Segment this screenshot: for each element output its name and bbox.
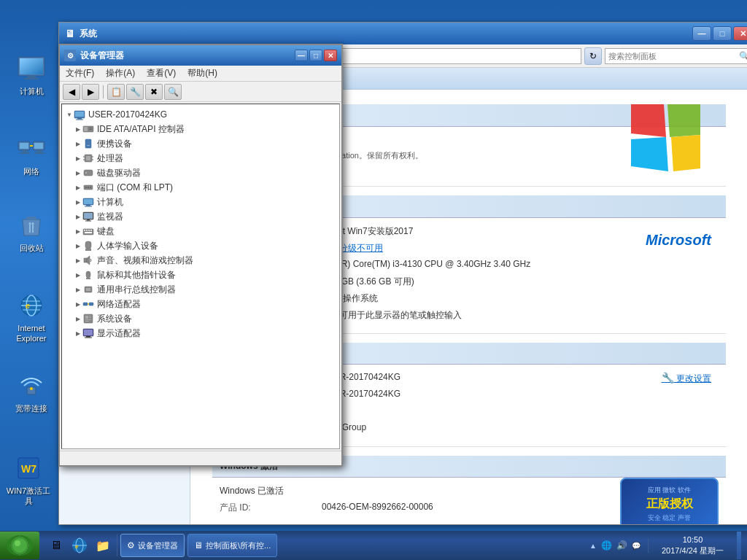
root-label: USER-20170424KG [88,109,167,120]
audio-label: 声音、视频和游戏控制器 [97,254,193,267]
search-input[interactable] [605,49,737,63]
tree-item-network[interactable]: ▶ 网络适配器 [62,297,339,311]
svg-rect-82 [86,336,90,338]
disk-icon [82,167,94,179]
toolbar-scan-btn[interactable]: 🔍 [164,84,182,100]
svg-rect-55 [84,230,85,231]
tree-item-audio[interactable]: ▶ 声音、视频和游戏控制器 [62,253,339,268]
tree-item-keyboard[interactable]: ▶ 键盘 [62,224,339,238]
start-orb [7,535,33,556]
pid-label: 产品 ID: [220,502,322,514]
toolbar-properties-btn[interactable]: 📋 [107,84,125,100]
tree-item-hid[interactable]: ▶ 人体学输入设备 [62,238,339,253]
tree-item-display[interactable]: ▶ 显示适配器 [62,326,339,341]
dm-minimize-btn[interactable]: — [295,50,308,61]
windows-explorer-btn[interactable]: 📁 [92,534,114,556]
start-button[interactable] [0,532,39,559]
portable-icon [82,138,94,149]
system-tree-label: 系统设备 [97,313,132,325]
device-mgr-titlebar: ⚙ 设备管理器 — □ ✕ [60,45,341,66]
svg-rect-81 [84,330,93,335]
search-icon[interactable]: 🔍 [737,49,747,63]
maximize-button[interactable]: □ [713,26,732,41]
refresh-button[interactable]: ↻ [584,47,602,65]
window-controls: — □ ✕ [692,26,747,41]
tree-item-disk[interactable]: ▶ 磁盘驱动器 [62,166,339,180]
tree-item-usb[interactable]: ▶ 通用串行总线控制器 [62,282,339,297]
menu-help[interactable]: 帮助(H) [182,66,223,81]
svg-rect-25 [75,112,84,117]
tray-network-icon[interactable]: 🌐 [601,540,612,551]
close-button[interactable]: ✕ [733,26,747,41]
dm-close-btn[interactable]: ✕ [324,50,337,61]
tree-root[interactable]: ▼ USER-20170424KG [62,107,339,122]
search-box[interactable]: 🔍 [605,48,747,64]
desktop-icon-ie[interactable]: e InternetExplorer [6,288,57,347]
menu-file[interactable]: 文件(F) [60,66,100,81]
toolbar-back-btn[interactable]: ◀ [63,84,80,100]
svg-rect-4 [24,78,39,79]
svg-point-86 [12,538,27,553]
toolbar-sep1 [103,85,104,98]
hid-icon [82,240,94,252]
tree-item-computer[interactable]: ▶ 计算机 [62,195,339,209]
tray-hide-btn[interactable]: ▲ [589,542,597,550]
desktop-icon-recycle[interactable]: 回收站 [6,208,57,256]
show-desktop-strip[interactable] [737,532,741,559]
toolbar-uninstall-btn[interactable]: ✖ [145,84,163,100]
computer-arrow: ▶ [74,198,82,206]
desktop-icon-computer[interactable]: 计算机 [6,51,57,99]
svg-rect-51 [84,213,93,219]
menu-view[interactable]: 查看(V) [141,66,182,81]
microsoft-logo: Microsoft [646,232,711,249]
taskbar-item-cp[interactable]: 🖥 控制面板\所有控... [187,534,277,557]
svg-rect-71 [83,303,88,306]
svg-rect-29 [84,127,88,131]
win7-label: WIN7激活工具 [7,486,51,507]
show-desktop-btn[interactable]: 🖥 [45,534,67,556]
desktop-icon-network[interactable]: 网络 [6,131,57,179]
ie-taskbar-btn[interactable]: e [69,534,90,556]
desktop-icon-win7activate[interactable]: W7 WIN7激活工具 [3,451,54,510]
dm-maximize-btn[interactable]: □ [309,50,322,61]
tray-volume-icon[interactable]: 🔊 [616,540,627,551]
recycle-label: 回收站 [20,243,44,253]
svg-rect-72 [89,303,93,306]
taskbar-clock[interactable]: 10:50 2017/4/24 星期一 [656,534,729,557]
svg-rect-7 [20,143,28,149]
tree-item-mouse[interactable]: ▶ 鼠标和其他指针设备 [62,268,339,282]
minimize-button[interactable]: — [692,26,711,41]
display-arrow: ▶ [74,329,82,338]
tree-item-processor[interactable]: ▶ 处理器 [62,151,339,166]
svg-rect-26 [77,118,82,120]
svg-rect-47 [84,199,93,204]
tree-item-system[interactable]: ▶ 系统设备 [62,311,339,326]
toolbar-forward-btn[interactable]: ▶ [82,84,99,100]
svg-text:e: e [75,543,79,550]
svg-rect-83 [85,338,92,338]
taskbar-item-device-mgr[interactable]: ⚙ 设备管理器 [120,534,185,557]
desktop-icon-broadband[interactable]: 宽带连接 [6,368,57,416]
svg-rect-11 [37,150,42,152]
device-manager-window: ⚙ 设备管理器 — □ ✕ 文件(F) 操作(A) 查看(V) 帮助(H) ◀ … [58,44,343,467]
hid-label: 人体学输入设备 [97,240,158,252]
svg-rect-35 [86,156,90,160]
tray-notification-icon[interactable]: 💬 [632,542,640,550]
processor-icon [82,152,94,164]
svg-rect-61 [85,249,88,251]
display-icon [82,327,94,339]
svg-rect-53 [85,221,91,222]
audio-icon [82,254,94,266]
tree-item-monitor[interactable]: ▶ 监视器 [62,209,339,224]
ie-label: InternetExplorer [17,323,47,344]
computer-tree-icon [82,196,94,208]
tree-item-portable[interactable]: ▶ 便携设备 [62,136,339,151]
change-settings-link[interactable]: 🔧 更改设置 [662,373,711,384]
svg-rect-75 [85,316,88,319]
menu-action[interactable]: 操作(A) [100,66,141,81]
desktop: 计算机 网络 回收站 [0,0,747,560]
tree-item-port[interactable]: ▶ 端口 (COM 和 LPT) [62,180,339,195]
device-tree[interactable]: ▼ USER-20170424KG ▶ IDE [61,104,340,449]
toolbar-update-btn[interactable]: 🔧 [126,84,144,100]
tree-item-ide[interactable]: ▶ IDE ATA/ATAPI 控制器 [62,122,339,136]
